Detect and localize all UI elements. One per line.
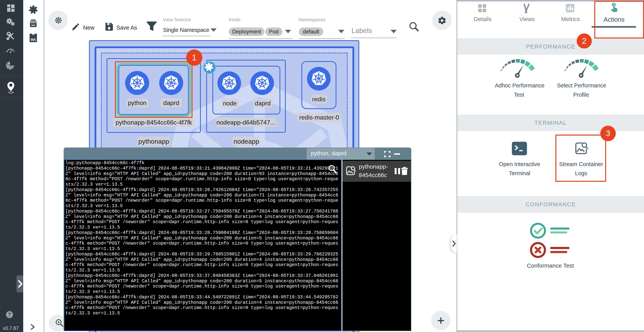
svg-text:WA: WA <box>30 38 36 41</box>
